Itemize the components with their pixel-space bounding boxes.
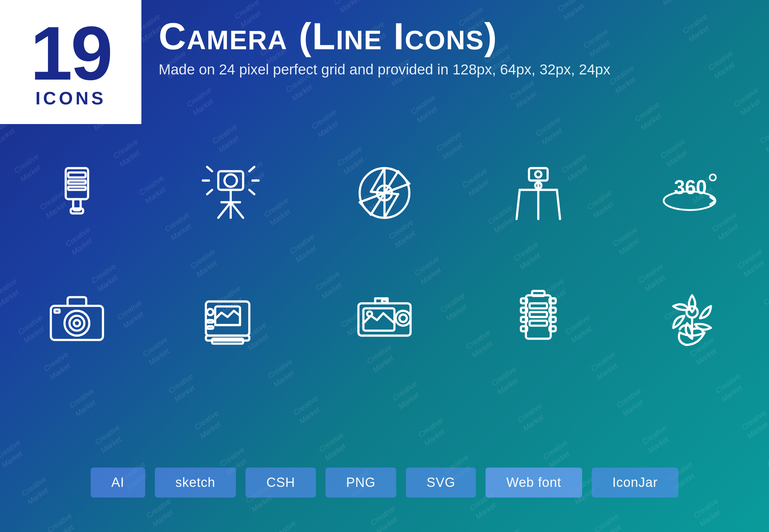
svg-line-28 [360,202,371,215]
svg-rect-72 [549,298,556,303]
aperture-icon-cell [308,131,461,255]
format-ai-button[interactable]: AI [91,468,145,498]
svg-rect-77 [530,312,547,317]
svg-rect-73 [549,308,556,313]
svg-point-63 [396,311,410,326]
format-sketch-button[interactable]: sketch [155,468,236,498]
svg-point-51 [74,320,80,326]
svg-point-38 [535,171,541,177]
tripod-icon [507,162,569,224]
svg-point-50 [69,316,84,330]
polaroid-icon-cell [154,255,308,379]
format-bar: AI sketch CSH PNG SVG Web font IconJar [0,468,769,498]
svg-point-10 [224,174,237,187]
camera-icon-cell [0,255,154,379]
photo-camera-icon [353,286,416,348]
macro-flower-icon-cell [615,255,769,379]
svg-rect-57 [207,326,213,329]
battery-icon-cell [461,255,615,379]
svg-line-20 [218,202,231,218]
svg-line-16 [249,190,254,194]
svg-rect-67 [532,291,545,296]
photo-camera-icon-cell [308,255,461,379]
page-title: Camera (Line Icons) [159,17,748,55]
svg-rect-65 [382,300,387,303]
svg-rect-68 [521,298,527,303]
polaroid-icon [200,286,262,348]
svg-rect-70 [521,317,527,322]
flash-icon [46,162,108,224]
svg-line-11 [207,167,212,171]
studio-light-icon-cell [154,131,308,255]
format-webfont-button[interactable]: Web font [486,468,582,498]
svg-line-22 [231,202,243,218]
svg-line-41 [517,190,520,219]
studio-light-icon [200,162,262,224]
svg-rect-52 [54,309,59,313]
svg-point-55 [207,309,213,315]
svg-rect-71 [521,326,527,331]
svg-point-64 [399,315,407,322]
svg-rect-37 [529,168,548,181]
svg-rect-78 [530,321,547,326]
tripod-icon-cell [461,131,615,255]
svg-line-14 [249,167,254,171]
svg-rect-6 [68,187,86,190]
svg-rect-4 [68,173,86,177]
svg-line-13 [207,190,212,194]
svg-rect-74 [549,317,556,322]
format-svg-button[interactable]: SVG [406,468,476,498]
aperture-icon [353,162,416,224]
svg-point-47 [710,174,716,181]
format-iconjar-button[interactable]: IconJar [592,468,679,498]
svg-rect-75 [549,326,556,331]
icon-count-label: ICONS [36,88,106,109]
svg-line-43 [557,190,560,219]
format-png-button[interactable]: PNG [326,468,396,498]
page-subtitle: Made on 24 pixel perfect grid and provid… [159,61,748,78]
icons-row-1: 360 [0,131,769,255]
svg-point-62 [367,311,372,316]
svg-text:360: 360 [674,176,707,198]
svg-rect-76 [530,303,547,308]
svg-rect-5 [68,181,86,184]
macro-flower-icon [661,286,723,348]
svg-rect-56 [207,320,213,323]
count-box: 19 ICONS [0,0,141,124]
360-icon-cell: 360 [615,131,769,255]
360-icon: 360 [661,162,723,224]
format-csh-button[interactable]: CSH [246,468,316,498]
icons-row-2 [0,255,769,379]
svg-point-49 [64,311,89,336]
battery-icon [507,286,569,348]
flash-icon-cell [0,131,154,255]
camera-icon [46,286,108,348]
icon-count-number: 19 [30,16,111,91]
icons-section: 360 [0,131,769,379]
header-area: Camera (Line Icons) Made on 24 pixel per… [159,17,748,78]
svg-rect-69 [521,308,527,313]
svg-line-34 [398,171,409,184]
